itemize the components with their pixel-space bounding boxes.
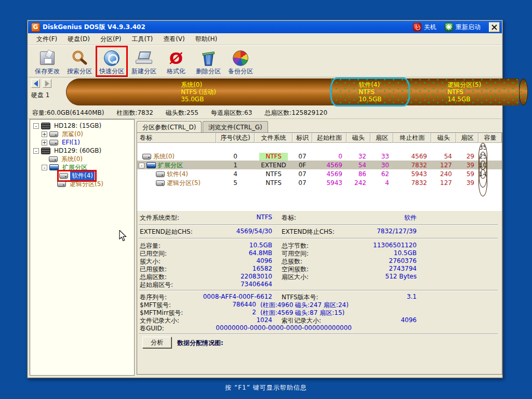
partition-icon (49, 156, 58, 162)
table-row-system[interactable]: 系统(0) 0 NTFS 07 0 32 33 4569 54 29 35.0G… (137, 143, 502, 152)
tab-partition-params[interactable]: 分区参数(CTRL_D) (137, 121, 202, 132)
detail-row: 已用空间: 64.8MB 可用空间: 10.5GB (140, 249, 499, 257)
menu-view[interactable]: 查看(V) (158, 33, 190, 45)
tab-browse-files[interactable]: 浏览文件(CTRL_G) (203, 121, 268, 132)
quick-partition-button[interactable]: 快速分区 (96, 48, 128, 76)
tab-bar: 分区参数(CTRL_D) 浏览文件(CTRL_G) (137, 121, 269, 132)
analyze-button[interactable]: 分析 (142, 337, 171, 348)
desktop-help-hint: 按 “F1” 键可显示帮助信息 (0, 383, 532, 392)
table-header-row: 卷标 序号(状态) 文件系统 标识 起始柱面 磁头 扇区 终止柱面 磁头 扇区 … (137, 133, 502, 143)
chevron-left-icon (34, 81, 38, 87)
detail-row: $MFT簇号: 786440 (柱面:4960 磁头:247 扇区:24) (140, 301, 499, 309)
disk-segment-logical[interactable]: 逻辑分区(5) NTFS 14.5GB (410, 78, 519, 105)
format-button[interactable]: Ø 格式化 (160, 48, 192, 76)
col-header-head1[interactable]: 磁头 (347, 133, 370, 143)
divider (139, 290, 498, 291)
new-partition-icon (136, 51, 152, 65)
collapse-icon[interactable]: - (139, 163, 144, 168)
disk-cylinders: 柱面数:7832 (116, 109, 153, 117)
menu-disk[interactable]: 硬盘(D) (62, 33, 95, 45)
menu-partition[interactable]: 分区(P) (95, 33, 127, 45)
close-icon (491, 24, 497, 30)
partition-icon (57, 181, 66, 187)
menu-tools[interactable]: 工具(T) (126, 33, 158, 45)
menu-file[interactable]: 文件(F) (31, 33, 62, 45)
disk-strip: 硬盘 1 系统(0) NTFS (活动) 35.0GB 软件(4) NTFS 1… (28, 77, 502, 107)
close-button[interactable] (489, 22, 500, 32)
detail-row: $MFTMirr簇号: 2 (柱面:4569 磁头:87 扇区:15) (140, 309, 499, 316)
disk-sectors-per-track: 每道扇区数:63 (211, 109, 252, 117)
tree-item-heisha[interactable]: + 黑鲨(0) (30, 130, 134, 138)
harddisk-icon (41, 123, 50, 129)
tree-item-efi[interactable]: + EFI(1) (30, 138, 134, 147)
detail-row: EXTEND起始CHS: 4569/54/30 EXTEND终止CHS: 783… (140, 228, 499, 235)
detail-row: 已用簇数: 16582 空闲簇数: 2743794 (140, 265, 499, 273)
allocation-map-label: 数据分配情况图: (177, 339, 223, 348)
delete-partition-icon (201, 50, 216, 66)
new-partition-button[interactable]: 新建分区 (128, 48, 160, 76)
shutdown-button[interactable]: 关机 (413, 23, 436, 32)
format-icon: Ø (169, 50, 183, 66)
detail-row: 簇大小: 4096 总簇数: 2760376 (140, 257, 499, 265)
restart-icon (445, 23, 453, 31)
disk-heads: 磁头数:255 (166, 109, 198, 117)
harddisk-icon (41, 148, 50, 154)
save-changes-button[interactable]: 保存更改 (31, 48, 63, 76)
col-header-id[interactable]: 标识 (292, 133, 312, 143)
delete-partition-button[interactable]: 删除分区 (192, 48, 224, 76)
col-header-startcyl[interactable]: 起始柱面 (312, 133, 347, 143)
partition-icon (156, 180, 165, 186)
menu-help[interactable]: 帮助(H) (190, 33, 222, 45)
toolbar: 保存更改 搜索分区 快速分区 新建分区 (28, 45, 502, 77)
collapse-icon[interactable]: - (33, 148, 39, 154)
backup-partition-icon (233, 50, 248, 66)
col-header-endcyl[interactable]: 终止柱面 (393, 133, 431, 143)
backup-partition-button[interactable]: 备份分区 (224, 48, 257, 76)
disk-segment-system[interactable]: 系统(0) NTFS (活动) 35.0GB (66, 78, 330, 105)
detail-row: 起始扇区号: 73406464 (140, 281, 499, 288)
col-header-sector2[interactable]: 扇区 (456, 133, 478, 143)
col-header-volume[interactable]: 卷标 (137, 133, 216, 143)
partition-icon (59, 173, 68, 179)
active-fs-badge: NTFS (259, 153, 288, 161)
tree-item-logical[interactable]: 逻辑分区(5) (30, 180, 134, 188)
quick-partition-icon (104, 50, 119, 66)
collapse-icon[interactable]: - (42, 165, 47, 170)
restart-button[interactable]: 重新启动 (445, 23, 481, 32)
shutdown-label: 关机 (424, 23, 436, 32)
divider (139, 224, 498, 225)
partition-detail-panel: 分区参数(CTRL_D) 浏览文件(CTRL_G) 卷标 序号(状态) 文件系统… (137, 119, 502, 376)
partition-icon (49, 140, 58, 145)
disk-segment-soft[interactable]: 软件(4) NTFS 10.5GB (330, 78, 409, 105)
col-header-index[interactable]: 序号(状态) (216, 133, 255, 143)
col-header-filesystem[interactable]: 文件系统 (255, 133, 292, 143)
disk-total-sectors: 总扇区数:125829120 (264, 109, 327, 117)
tree-item-hd128[interactable]: - HD128: (15GB) (30, 122, 134, 130)
expand-icon[interactable]: + (42, 131, 47, 137)
menu-bar: 文件(F) 硬盘(D) 分区(P) 工具(T) 查看(V) 帮助(H) (28, 33, 502, 45)
save-icon (40, 51, 55, 65)
tree-item-system[interactable]: 系统(0) (30, 155, 134, 163)
restart-label: 重新启动 (456, 23, 481, 32)
diskgenius-window: G DiskGenius DOS版 V4.9.3.402 关机 重新启动 文件(… (27, 20, 503, 378)
partition-tree: - HD128: (15GB) + 黑鲨(0) + EFI(1) - HD129… (30, 119, 135, 376)
partition-details: 文件系统类型: NTFS 卷标: 软件 EXTEND起始CHS: 4569/54… (137, 211, 502, 374)
search-partition-button[interactable]: 搜索分区 (63, 48, 96, 76)
power-icon (413, 23, 421, 31)
partition-icon (49, 131, 58, 137)
current-disk-label: 硬盘 1 (31, 91, 49, 100)
detail-row: 卷GUID: 00000000-0000-0000-0000-000000000… (140, 324, 499, 332)
col-header-sector1[interactable]: 扇区 (370, 133, 393, 143)
titlebar[interactable]: G DiskGenius DOS版 V4.9.3.402 关机 重新启动 (28, 21, 502, 33)
prev-disk-button[interactable] (31, 79, 40, 88)
tree-item-soft[interactable]: 软件(4) (30, 171, 134, 180)
extended-partition-icon (147, 162, 156, 168)
col-header-head2[interactable]: 磁头 (431, 133, 456, 143)
col-header-capacity[interactable]: 容量 (478, 133, 502, 143)
expand-icon[interactable]: + (42, 140, 47, 145)
partition-table: 卷标 序号(状态) 文件系统 标识 起始柱面 磁头 扇区 终止柱面 磁头 扇区 … (137, 133, 502, 211)
tree-item-hd129[interactable]: - HD129: (60GB) (30, 147, 134, 155)
collapse-icon[interactable]: - (33, 123, 39, 129)
next-disk-button[interactable] (43, 79, 51, 88)
disk-info-bar: 容量:60.0GB(61440MB) 柱面数:7832 磁头数:255 每道扇区… (28, 107, 502, 119)
